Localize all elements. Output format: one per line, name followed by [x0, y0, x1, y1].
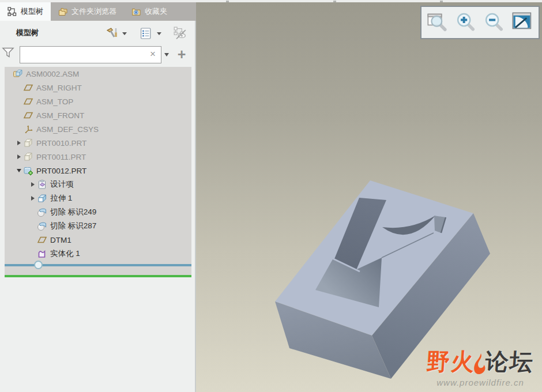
ruler-tick — [226, 1, 229, 2]
tree-item-label: ASM_FRONT — [36, 111, 84, 120]
tree-item[interactable]: ASM_FRONT — [5, 108, 191, 122]
creo-window: 模型树 文件夹浏览器 收藏夹 模型树 × + ASM0002.ASMASM_RI… — [0, 0, 542, 392]
3d-viewport[interactable]: 野火 论坛 www.proewildfire.cn — [196, 0, 542, 392]
extrude-icon[interactable] — [37, 193, 47, 203]
navigator-tab-bar: 模型树 文件夹浏览器 收藏夹 — [0, 2, 196, 21]
tab-favorites[interactable]: 收藏夹 — [124, 2, 175, 21]
model-tree-tab-icon — [7, 7, 17, 16]
add-filter-button[interactable]: + — [174, 47, 189, 62]
datum-plane-icon[interactable] — [23, 82, 33, 93]
cut-icon[interactable] — [37, 221, 47, 231]
tree-item[interactable]: PRT0012.PRT — [5, 164, 191, 178]
ruler-tick — [440, 1, 443, 2]
tree-item-label: PRT0011.PRT — [36, 153, 86, 161]
arrow-spacer — [29, 208, 37, 216]
expand-arrow-icon[interactable] — [15, 139, 23, 147]
tree-item[interactable]: 实体化 1 — [5, 247, 191, 261]
cut-icon[interactable] — [37, 207, 47, 217]
datum-plane-icon[interactable] — [23, 110, 33, 120]
tree-item-label: PRT0010.PRT — [36, 139, 86, 148]
tree-item-label: 拉伸 1 — [50, 193, 72, 203]
tree-item[interactable]: ASM_RIGHT — [5, 81, 191, 95]
panel-title: 模型树 — [16, 28, 39, 38]
arrow-spacer — [15, 125, 23, 133]
zoom-in-icon — [454, 11, 477, 34]
arrow-spacer — [29, 222, 37, 230]
favorites-icon — [131, 7, 141, 16]
clear-filter-icon[interactable]: × — [148, 49, 158, 59]
folder-browser-icon — [58, 7, 67, 16]
tree-item[interactable]: PRT0010.PRT — [5, 136, 191, 150]
zoom-out-button[interactable] — [481, 9, 507, 36]
hammer-icon[interactable] — [106, 27, 119, 40]
tree-item[interactable]: 切除 标识249 — [5, 205, 191, 219]
expand-arrow-icon[interactable] — [29, 194, 37, 202]
tree-item[interactable]: 设计项 — [5, 178, 191, 191]
list-settings-icon[interactable] — [139, 27, 153, 40]
expand-arrow-icon[interactable] — [29, 180, 37, 189]
active-part-icon[interactable] — [23, 165, 33, 176]
arrow-spacer — [15, 111, 23, 119]
tree-item-label: 实体化 1 — [50, 248, 80, 259]
tree-item-label: ASM_TOP — [36, 97, 73, 106]
assembly-icon[interactable] — [13, 69, 23, 79]
refit-icon — [511, 11, 534, 34]
tree-filter-input[interactable] — [20, 46, 161, 63]
zoom-window-button[interactable] — [424, 9, 451, 36]
tree-end-line — [5, 275, 191, 277]
zoom-window-icon — [426, 11, 449, 34]
tab-label: 收藏夹 — [145, 6, 167, 17]
watermark-brand: 野火 论坛 — [427, 346, 534, 378]
window-top-edge — [0, 0, 542, 2]
datum-plane-icon[interactable] — [23, 96, 33, 107]
settings-dropdown-arrow-icon[interactable] — [157, 32, 161, 35]
model-tree: ASM0002.ASMASM_RIGHTASM_TOPASM_FRONTASM_… — [5, 67, 191, 275]
insert-locator-handle[interactable] — [34, 261, 43, 269]
tab-folder-browser[interactable]: 文件夹浏览器 — [51, 2, 124, 21]
tab-label: 文件夹浏览器 — [71, 6, 116, 17]
navigator-panel: 模型树 文件夹浏览器 收藏夹 模型树 × + ASM0002.ASMASM_RI… — [0, 0, 196, 392]
filter-dropdown-arrow-icon[interactable] — [164, 53, 169, 56]
tab-model-tree[interactable]: 模型树 — [0, 2, 51, 21]
part-icon[interactable] — [23, 138, 33, 148]
design-items-icon[interactable] — [37, 179, 47, 190]
tree-item-label: PRT0012.PRT — [36, 167, 86, 175]
tree-item[interactable]: PRT0011.PRT — [5, 150, 191, 164]
arrow-spacer — [29, 250, 37, 258]
part-icon[interactable] — [23, 152, 33, 162]
tree-item-label: 切除 标识287 — [50, 221, 96, 231]
filter-funnel-icon — [2, 46, 14, 59]
tools-dropdown-arrow-icon[interactable] — [122, 32, 127, 35]
tree-item[interactable]: ASM0002.ASM — [5, 67, 191, 81]
tree-item-label: 切除 标识249 — [50, 207, 96, 217]
arrow-spacer — [15, 97, 23, 105]
tree-item[interactable]: ASM_TOP — [5, 95, 191, 108]
tree-item[interactable]: 切除 标识287 — [5, 219, 191, 233]
view-zoom-toolbar — [420, 6, 540, 39]
collapse-arrow-icon[interactable] — [15, 167, 23, 175]
insert-indicator-line — [5, 264, 191, 266]
csys-icon[interactable] — [23, 124, 33, 134]
3d-model-prt0012[interactable] — [196, 0, 542, 392]
tree-item[interactable]: 拉伸 1 — [5, 191, 191, 205]
tree-hide-icon[interactable] — [173, 26, 187, 40]
tree-item-label: ASM_DEF_CSYS — [36, 125, 99, 134]
watermark-url: www.proewildfire.cn — [427, 378, 534, 387]
tree-item-label: 设计项 — [50, 179, 74, 190]
arrow-spacer — [15, 84, 23, 92]
tree-item-label: ASM0002.ASM — [26, 70, 79, 78]
solidify-icon[interactable] — [37, 248, 47, 259]
tab-label: 模型树 — [21, 6, 43, 17]
datum-plane-icon[interactable] — [37, 235, 47, 245]
watermark-brand-left: 野火 — [426, 346, 476, 378]
arrow-spacer — [5, 70, 13, 78]
tree-item-label: ASM_RIGHT — [36, 84, 82, 92]
arrow-spacer — [29, 236, 37, 244]
watermark: 野火 论坛 www.proewildfire.cn — [427, 346, 534, 387]
refit-button[interactable] — [509, 9, 536, 36]
expand-arrow-icon[interactable] — [15, 153, 23, 161]
tree-item[interactable]: DTM1 — [5, 233, 191, 247]
watermark-brand-right: 论坛 — [484, 346, 535, 378]
tree-item[interactable]: ASM_DEF_CSYS — [5, 122, 191, 136]
zoom-in-button[interactable] — [453, 9, 479, 36]
